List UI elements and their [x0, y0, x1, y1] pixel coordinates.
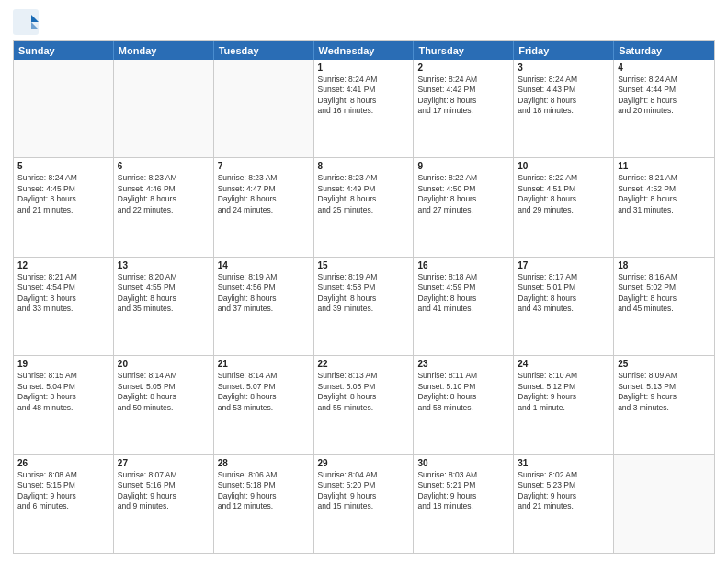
header-day-sunday: Sunday	[14, 41, 114, 60]
calendar-day-9: 9Sunrise: 8:22 AM Sunset: 4:50 PM Daylig…	[414, 158, 514, 256]
calendar-day-15: 15Sunrise: 8:19 AM Sunset: 4:58 PM Dayli…	[314, 258, 415, 355]
day-info: Sunrise: 8:07 AM Sunset: 5:16 PM Dayligh…	[118, 470, 210, 512]
day-number: 13	[118, 260, 210, 270]
calendar-day-29: 29Sunrise: 8:04 AM Sunset: 5:20 PM Dayli…	[314, 455, 415, 553]
day-info: Sunrise: 8:14 AM Sunset: 5:05 PM Dayligh…	[118, 371, 210, 413]
calendar-day-4: 4Sunrise: 8:24 AM Sunset: 4:44 PM Daylig…	[614, 60, 714, 157]
day-info: Sunrise: 8:15 AM Sunset: 5:04 PM Dayligh…	[17, 371, 109, 413]
day-info: Sunrise: 8:03 AM Sunset: 5:21 PM Dayligh…	[417, 470, 509, 512]
day-number: 8	[318, 161, 410, 171]
calendar-day-8: 8Sunrise: 8:23 AM Sunset: 4:49 PM Daylig…	[314, 158, 415, 256]
calendar-day-28: 28Sunrise: 8:06 AM Sunset: 5:18 PM Dayli…	[214, 455, 314, 553]
calendar-day-12: 12Sunrise: 8:21 AM Sunset: 4:54 PM Dayli…	[14, 258, 114, 355]
day-info: Sunrise: 8:24 AM Sunset: 4:44 PM Dayligh…	[618, 75, 711, 117]
day-number: 29	[318, 458, 410, 468]
calendar-day-19: 19Sunrise: 8:15 AM Sunset: 5:04 PM Dayli…	[14, 356, 114, 454]
day-info: Sunrise: 8:14 AM Sunset: 5:07 PM Dayligh…	[218, 371, 310, 413]
day-info: Sunrise: 8:24 AM Sunset: 4:42 PM Dayligh…	[417, 75, 509, 117]
day-number: 1	[318, 63, 410, 73]
day-number: 7	[218, 161, 310, 171]
calendar-day-7: 7Sunrise: 8:23 AM Sunset: 4:47 PM Daylig…	[214, 158, 314, 256]
day-info: Sunrise: 8:16 AM Sunset: 5:02 PM Dayligh…	[618, 272, 711, 315]
header	[13, 9, 715, 35]
day-info: Sunrise: 8:08 AM Sunset: 5:15 PM Dayligh…	[17, 470, 109, 512]
header-day-wednesday: Wednesday	[314, 41, 415, 60]
day-number: 22	[318, 359, 410, 369]
day-number: 23	[417, 359, 509, 369]
calendar-day-26: 26Sunrise: 8:08 AM Sunset: 5:15 PM Dayli…	[14, 455, 114, 553]
calendar-day-empty	[14, 60, 114, 157]
calendar-week-2: 5Sunrise: 8:24 AM Sunset: 4:45 PM Daylig…	[14, 157, 714, 256]
day-info: Sunrise: 8:23 AM Sunset: 4:47 PM Dayligh…	[218, 173, 310, 215]
day-info: Sunrise: 8:22 AM Sunset: 4:51 PM Dayligh…	[518, 173, 609, 215]
day-info: Sunrise: 8:13 AM Sunset: 5:08 PM Dayligh…	[318, 371, 410, 413]
calendar-day-27: 27Sunrise: 8:07 AM Sunset: 5:16 PM Dayli…	[114, 455, 214, 553]
calendar-day-17: 17Sunrise: 8:17 AM Sunset: 5:01 PM Dayli…	[514, 258, 614, 355]
day-number: 12	[17, 260, 109, 270]
calendar-day-11: 11Sunrise: 8:21 AM Sunset: 4:52 PM Dayli…	[614, 158, 714, 256]
day-number: 24	[518, 359, 609, 369]
day-info: Sunrise: 8:18 AM Sunset: 4:59 PM Dayligh…	[417, 272, 509, 315]
day-info: Sunrise: 8:23 AM Sunset: 4:49 PM Dayligh…	[318, 173, 410, 215]
calendar-day-24: 24Sunrise: 8:10 AM Sunset: 5:12 PM Dayli…	[514, 356, 614, 454]
day-number: 17	[518, 260, 609, 270]
day-number: 27	[118, 458, 210, 468]
day-number: 15	[318, 260, 410, 270]
header-day-monday: Monday	[114, 41, 214, 60]
day-number: 5	[17, 161, 109, 171]
day-number: 10	[518, 161, 609, 171]
day-info: Sunrise: 8:24 AM Sunset: 4:45 PM Dayligh…	[17, 173, 109, 215]
day-number: 3	[518, 63, 609, 73]
day-info: Sunrise: 8:19 AM Sunset: 4:56 PM Dayligh…	[218, 272, 310, 315]
calendar-day-14: 14Sunrise: 8:19 AM Sunset: 4:56 PM Dayli…	[214, 258, 314, 355]
day-number: 20	[118, 359, 210, 369]
calendar-week-5: 26Sunrise: 8:08 AM Sunset: 5:15 PM Dayli…	[14, 454, 714, 553]
calendar-day-5: 5Sunrise: 8:24 AM Sunset: 4:45 PM Daylig…	[14, 158, 114, 256]
calendar-day-20: 20Sunrise: 8:14 AM Sunset: 5:05 PM Dayli…	[114, 356, 214, 454]
header-day-saturday: Saturday	[614, 41, 714, 60]
logo	[13, 9, 42, 35]
logo-icon	[13, 9, 39, 35]
day-number: 28	[218, 458, 310, 468]
day-info: Sunrise: 8:02 AM Sunset: 5:23 PM Dayligh…	[518, 470, 609, 512]
day-info: Sunrise: 8:21 AM Sunset: 4:52 PM Dayligh…	[618, 173, 711, 215]
day-number: 9	[417, 161, 509, 171]
calendar-week-4: 19Sunrise: 8:15 AM Sunset: 5:04 PM Dayli…	[14, 355, 714, 454]
calendar-day-10: 10Sunrise: 8:22 AM Sunset: 4:51 PM Dayli…	[514, 158, 614, 256]
day-info: Sunrise: 8:06 AM Sunset: 5:18 PM Dayligh…	[218, 470, 310, 512]
day-info: Sunrise: 8:11 AM Sunset: 5:10 PM Dayligh…	[417, 371, 509, 413]
day-info: Sunrise: 8:09 AM Sunset: 5:13 PM Dayligh…	[618, 371, 711, 413]
day-info: Sunrise: 8:24 AM Sunset: 4:41 PM Dayligh…	[318, 75, 410, 117]
calendar-day-empty	[614, 455, 714, 553]
calendar-day-22: 22Sunrise: 8:13 AM Sunset: 5:08 PM Dayli…	[314, 356, 415, 454]
day-number: 26	[17, 458, 109, 468]
calendar-week-1: 1Sunrise: 8:24 AM Sunset: 4:41 PM Daylig…	[14, 60, 714, 157]
calendar-day-23: 23Sunrise: 8:11 AM Sunset: 5:10 PM Dayli…	[414, 356, 514, 454]
calendar-day-3: 3Sunrise: 8:24 AM Sunset: 4:43 PM Daylig…	[514, 60, 614, 157]
header-day-tuesday: Tuesday	[214, 41, 314, 60]
calendar-day-empty	[214, 60, 314, 157]
day-info: Sunrise: 8:17 AM Sunset: 5:01 PM Dayligh…	[518, 272, 609, 315]
calendar-header: SundayMondayTuesdayWednesdayThursdayFrid…	[14, 41, 714, 60]
day-info: Sunrise: 8:22 AM Sunset: 4:50 PM Dayligh…	[417, 173, 509, 215]
calendar-day-25: 25Sunrise: 8:09 AM Sunset: 5:13 PM Dayli…	[614, 356, 714, 454]
day-number: 30	[417, 458, 509, 468]
calendar-day-31: 31Sunrise: 8:02 AM Sunset: 5:23 PM Dayli…	[514, 455, 614, 553]
day-info: Sunrise: 8:23 AM Sunset: 4:46 PM Dayligh…	[118, 173, 210, 215]
calendar-day-13: 13Sunrise: 8:20 AM Sunset: 4:55 PM Dayli…	[114, 258, 214, 355]
day-number: 31	[518, 458, 609, 468]
day-info: Sunrise: 8:24 AM Sunset: 4:43 PM Dayligh…	[518, 75, 609, 117]
calendar-day-empty	[114, 60, 214, 157]
day-number: 21	[218, 359, 310, 369]
day-info: Sunrise: 8:21 AM Sunset: 4:54 PM Dayligh…	[17, 272, 109, 315]
calendar: SundayMondayTuesdayWednesdayThursdayFrid…	[13, 40, 715, 554]
day-number: 18	[618, 260, 711, 270]
day-info: Sunrise: 8:04 AM Sunset: 5:20 PM Dayligh…	[318, 470, 410, 512]
calendar-day-21: 21Sunrise: 8:14 AM Sunset: 5:07 PM Dayli…	[214, 356, 314, 454]
day-number: 25	[618, 359, 711, 369]
day-number: 6	[118, 161, 210, 171]
calendar-day-18: 18Sunrise: 8:16 AM Sunset: 5:02 PM Dayli…	[614, 258, 714, 355]
day-info: Sunrise: 8:19 AM Sunset: 4:58 PM Dayligh…	[318, 272, 410, 315]
day-number: 19	[17, 359, 109, 369]
day-info: Sunrise: 8:10 AM Sunset: 5:12 PM Dayligh…	[518, 371, 609, 413]
